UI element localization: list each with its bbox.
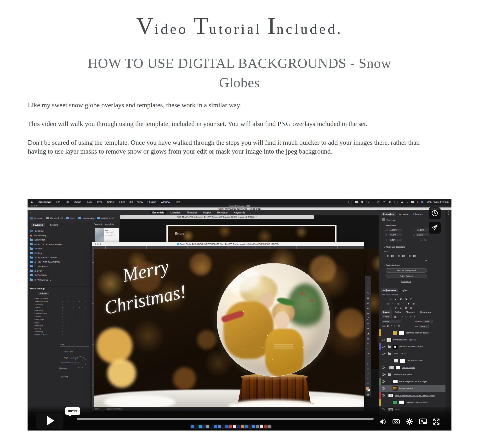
- quick-select-tool[interactable]: ✎: [365, 291, 371, 296]
- marquee-tool[interactable]: ▭: [365, 281, 371, 286]
- view-more-link[interactable]: View More: [379, 280, 432, 283]
- color-swatches[interactable]: [365, 387, 371, 392]
- stack-icon[interactable]: [355, 201, 358, 203]
- transform-x[interactable]: 85.5%: [389, 233, 402, 236]
- menu-item[interactable]: Type: [97, 201, 102, 203]
- tab-essentials[interactable]: Essentials: [150, 211, 166, 214]
- path-select-tool[interactable]: ▷: [365, 361, 371, 366]
- menu-item[interactable]: Window: [161, 201, 170, 203]
- adjustment-icons-row[interactable]: ✳▲◩◪▽: [389, 297, 414, 301]
- dock-app-icon[interactable]: [237, 425, 240, 428]
- remove-background-button[interactable]: Remove Background: [386, 268, 427, 273]
- dock-app-icon[interactable]: [214, 425, 217, 428]
- visibility-eye-icon[interactable]: [382, 346, 385, 348]
- tab-layers[interactable]: Layers: [381, 310, 392, 314]
- sidebar-item-downloads[interactable]: Downloads: [30, 238, 90, 242]
- type-tool[interactable]: T: [365, 356, 371, 361]
- dock-app-icon[interactable]: [221, 425, 225, 428]
- menubar-clock[interactable]: Mon 7 Nov 4:29 pm: [426, 201, 449, 203]
- canvas-image[interactable]: Merry Christmas!: [94, 249, 364, 407]
- zoom-tool[interactable]: ○: [365, 376, 371, 381]
- tab-libraries-panel[interactable]: Libraries: [412, 212, 424, 216]
- chevron-down-icon[interactable]: ⌄: [249, 211, 251, 214]
- visibility-eye-icon[interactable]: [382, 353, 385, 355]
- volume-button[interactable]: [378, 417, 388, 426]
- quick-mask-toggle[interactable]: ▣: [365, 392, 371, 397]
- screen-mirror-icon[interactable]: [348, 201, 352, 203]
- gradient-tool[interactable]: ▥: [365, 336, 371, 341]
- close-icon[interactable]: ✕: [122, 215, 123, 219]
- healing-tool[interactable]: ⊕: [365, 311, 371, 316]
- visibility-eye-icon[interactable]: [382, 367, 385, 369]
- dock-app-icon[interactable]: [199, 425, 202, 428]
- settings-button[interactable]: [405, 417, 415, 426]
- sidebar-item-samplers[interactable]: 0. HIGH RES SAMPLERS: [30, 260, 90, 265]
- menu-item[interactable]: Filter: [119, 201, 125, 203]
- crop-tool[interactable]: ▦: [365, 296, 371, 301]
- transform-y[interactable]: 1.63%: [416, 233, 429, 236]
- watch-later-button[interactable]: [429, 207, 441, 219]
- dock-app-icon[interactable]: [260, 425, 263, 428]
- dock-app-icon[interactable]: [248, 425, 252, 428]
- layer-row-selected[interactable]: SAMPLE IMAGE: [379, 385, 446, 392]
- sidebar-item-action-sets[interactable]: 2. ACTION SETS: [30, 278, 90, 282]
- sidebar-item-overlays[interactable]: 1. OVERLAYS: [30, 264, 90, 269]
- sidebar-item-videos[interactable]: VIDEOS ETSY Textures: [30, 255, 90, 260]
- layer-row[interactable]: ▾ GLOBE - GLASS: [379, 350, 446, 357]
- window-traffic-lights[interactable]: [95, 243, 101, 245]
- dock-app-icon[interactable]: [267, 425, 271, 428]
- spotlight-search-icon[interactable]: ○: [406, 201, 408, 203]
- dock-app-icon[interactable]: [195, 425, 198, 428]
- menu-item[interactable]: Photoshop: [38, 201, 51, 203]
- dock-app-icon[interactable]: [206, 425, 209, 428]
- bridge-nav-icons[interactable]: ‹ › ⌄ ↺: [30, 211, 52, 214]
- dock-app-icon[interactable]: [202, 425, 206, 428]
- before-document-window[interactable]: Before: [166, 225, 337, 242]
- brush-tool[interactable]: ╱: [365, 316, 371, 321]
- transform-angle[interactable]: 0.00°: [389, 239, 402, 241]
- menu-item[interactable]: Select: [107, 201, 114, 203]
- quick-actions-section[interactable]: ⌄ Quick Actions: [384, 264, 399, 266]
- tab-properties[interactable]: Properties: [381, 212, 396, 216]
- pen-tool[interactable]: ✑: [365, 351, 371, 356]
- pip-button[interactable]: [418, 417, 428, 426]
- sidebar-item-photo-stuff[interactable]: 000ALL MY PHOTO STUFF!!: [30, 242, 90, 247]
- dock-app-icon[interactable]: [191, 425, 194, 428]
- tab-libraries[interactable]: Libraries: [168, 211, 182, 214]
- layer-row[interactable]: ▾ * IMAGE GOES HERE *: [379, 371, 446, 378]
- history-brush-tool[interactable]: ↺: [365, 326, 371, 331]
- bridge-window-titlebar[interactable]: PSD SNOW GLOBE TEMPLATE - Adobe Bridge: [27, 207, 452, 210]
- transform-w[interactable]: 44.78%: [389, 228, 402, 231]
- layer-row[interactable]: BOKEH LIGHTS - Optional: [379, 336, 446, 343]
- shape-tool[interactable]: □: [365, 366, 371, 371]
- share-button[interactable]: [429, 222, 441, 234]
- progress-bar[interactable]: [77, 418, 374, 420]
- sidebar-item-home[interactable]: sharonoakey: [30, 233, 90, 238]
- dock-app-icon[interactable]: [241, 425, 244, 428]
- play-button[interactable]: [36, 413, 63, 429]
- dock-app-icon[interactable]: [218, 425, 221, 428]
- visibility-eye-icon[interactable]: [382, 339, 385, 341]
- tab-keywords[interactable]: Keywords: [232, 211, 247, 214]
- dock-app-icon[interactable]: [210, 425, 213, 428]
- lock-buttons[interactable]: Lock: ▦ ∕ ✛ ▢ ▪: [382, 325, 404, 327]
- thumbnail-card[interactable]: ATP Templates are copyright by: [95, 228, 119, 242]
- dock-app-icon[interactable]: [225, 425, 228, 428]
- dev-brackets-icon[interactable]: <>: [388, 201, 391, 203]
- tab-metadata-2[interactable]: Metadata: [105, 223, 114, 225]
- menu-item[interactable]: Edit: [65, 201, 69, 203]
- frame-tool[interactable]: ⊠: [365, 301, 371, 306]
- visibility-eye-icon[interactable]: [382, 374, 385, 376]
- select-subject-button[interactable]: Select Subject: [386, 274, 427, 278]
- meet-icon[interactable]: [366, 201, 369, 203]
- visibility-eye-icon[interactable]: [382, 394, 385, 396]
- tab-channels[interactable]: Channels: [404, 310, 418, 314]
- rotate-flip-icons[interactable]: ⟲ ⇅: [420, 239, 427, 241]
- dock-app-icon[interactable]: [256, 425, 259, 428]
- breadcrumb-item[interactable]: Macintosh HD: [50, 217, 63, 220]
- adjustment-icons-row[interactable]: ▤♻◧✿◆▦: [386, 301, 417, 305]
- tab-navigator[interactable]: Navigator: [397, 212, 411, 216]
- tab-styles[interactable]: Styles: [399, 288, 410, 292]
- tab-folders[interactable]: Folders: [48, 223, 60, 227]
- menu-item[interactable]: 3D: [129, 201, 133, 203]
